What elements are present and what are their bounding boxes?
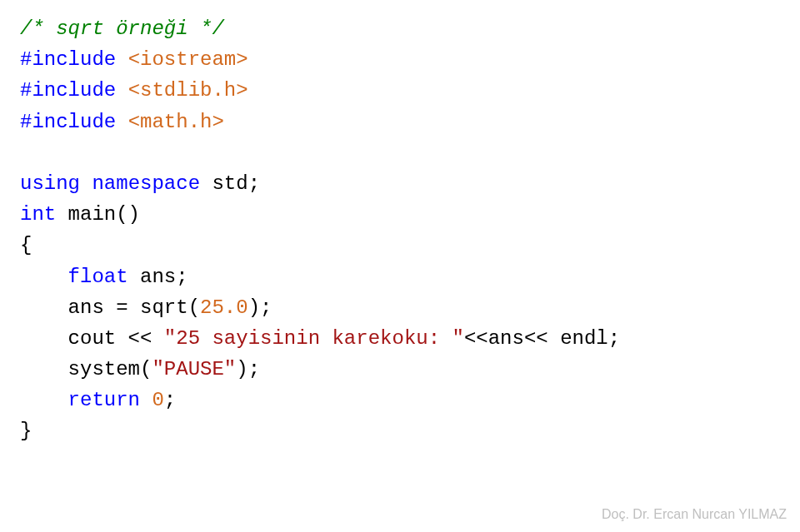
paren-close: ) (236, 358, 248, 380)
cout: cout (68, 327, 117, 350)
lshift: << (116, 327, 164, 350)
include-keyword: #include (20, 48, 128, 71)
indent (20, 358, 68, 380)
semicolon: ; (248, 172, 260, 195)
sqrt-call: sqrt (140, 296, 188, 319)
brace-open: { (20, 234, 32, 256)
semicolon: ; (164, 389, 176, 411)
paren-close: ) (248, 296, 260, 319)
blank-line (20, 137, 780, 168)
include-line-1: #include <iostream> (20, 44, 780, 75)
system-call: system (68, 358, 140, 380)
include-line-3: #include <math.h> (20, 107, 780, 137)
main-line: int main() (20, 199, 780, 230)
include-line-2: #include <stdlib.h> (20, 75, 780, 106)
parens: () (116, 203, 140, 226)
assign-line: ans = sqrt(25.0); (20, 292, 780, 323)
footer-author: Doç. Dr. Ercan Nurcan YILMAZ (602, 505, 787, 525)
using-keyword: using (20, 172, 92, 195)
comment-text: /* sqrt örneği */ (20, 17, 224, 40)
return-line: return 0; (20, 385, 780, 415)
string-literal: "25 sayisinin karekoku: " (164, 327, 464, 350)
system-line: system("PAUSE"); (20, 354, 780, 385)
endl: endl (560, 327, 608, 350)
namespace-keyword: namespace (92, 172, 212, 195)
lshift: << (464, 327, 488, 350)
semicolon: ; (248, 358, 260, 380)
include-keyword: #include (20, 79, 128, 102)
include-value: <math.h> (128, 111, 224, 133)
return-keyword: return (68, 389, 152, 411)
include-keyword: #include (20, 111, 128, 133)
paren-open: ( (140, 358, 152, 380)
assign-left: ans = (68, 296, 140, 319)
number-literal: 0 (152, 389, 163, 411)
semicolon: ; (260, 296, 272, 319)
brace-open-line: { (20, 230, 780, 261)
indent (20, 296, 68, 319)
include-value: <iostream> (128, 48, 248, 71)
comment-line: /* sqrt örneği */ (20, 13, 780, 44)
semicolon: ; (176, 266, 188, 288)
code-block: /* sqrt örneği */ #include <iostream> #i… (0, 0, 800, 460)
float-keyword: float (68, 266, 140, 288)
string-literal: "PAUSE" (152, 358, 236, 380)
semicolon: ; (608, 327, 620, 350)
brace-close-line: } (20, 415, 780, 446)
int-keyword: int (20, 203, 68, 226)
float-line: float ans; (20, 261, 780, 292)
lshift: << (524, 327, 560, 350)
number-literal: 25.0 (200, 296, 248, 319)
using-line: using namespace std; (20, 168, 780, 199)
include-value: <stdlib.h> (128, 79, 248, 102)
indent (20, 266, 68, 288)
main-name: main (68, 203, 117, 226)
var-ans: ans (140, 266, 176, 288)
var-ans: ans (488, 327, 524, 350)
std-name: std (212, 172, 248, 195)
indent (20, 389, 68, 411)
paren-open: ( (188, 296, 200, 319)
cout-line: cout << "25 sayisinin karekoku: "<<ans<<… (20, 323, 780, 354)
brace-close: } (20, 420, 32, 442)
indent (20, 327, 68, 350)
